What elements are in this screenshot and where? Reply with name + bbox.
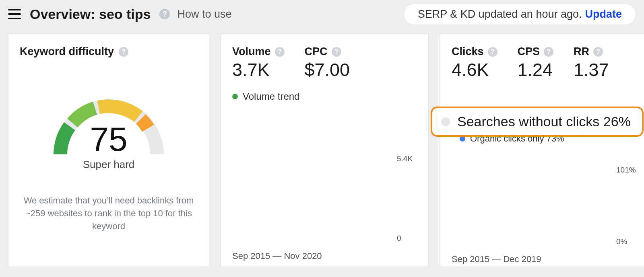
rr-label: RR: [574, 45, 589, 58]
volume-card: Volume? 3.7K CPC? $7.00 Volume trend 5.4…: [221, 34, 429, 267]
clicks-date-range: Sep 2015 — Dec 2019: [452, 254, 636, 265]
menu-icon[interactable]: [8, 9, 21, 19]
volume-label: Volume: [232, 45, 271, 58]
clicks-label: Clicks: [452, 45, 484, 58]
keyword-difficulty-card: Keyword difficulty ? 75 Super hard We es…: [8, 34, 209, 267]
help-icon[interactable]: ?: [332, 47, 341, 57]
clicks-chart: [452, 166, 611, 246]
dot-icon: [232, 94, 238, 99]
clicks-card: Clicks? 4.6K CPS? 1.24 RR? 1.37 Searches…: [440, 34, 644, 267]
dot-icon: [441, 117, 450, 126]
volume-ymax: 5.4K: [397, 154, 413, 163]
help-icon[interactable]: ?: [488, 47, 497, 57]
help-icon[interactable]: ?: [593, 47, 603, 57]
help-icon[interactable]: ?: [275, 47, 285, 57]
update-link[interactable]: Update: [585, 8, 622, 21]
kd-score: 75: [90, 122, 127, 156]
cps-label: CPS: [518, 45, 540, 58]
kd-heading: Keyword difficulty: [20, 45, 114, 58]
volume-ymin: 0: [397, 234, 401, 243]
rr-value: 1.37: [574, 60, 609, 80]
help-icon[interactable]: ?: [544, 47, 553, 57]
cpc-label: CPC: [305, 45, 328, 58]
kd-verdict: Super hard: [83, 158, 135, 171]
update-pill: SERP & KD updated an hour ago. Update: [404, 4, 636, 25]
callout-text: Searches without clicks 26%: [457, 114, 631, 129]
clicks-ymin: 0%: [616, 237, 627, 246]
top-bar: Overview: seo tips ? How to use SERP & K…: [0, 0, 644, 26]
cards-row: Keyword difficulty ? 75 Super hard We es…: [0, 26, 644, 267]
how-to-use-link[interactable]: How to use: [177, 8, 231, 21]
searches-without-clicks-callout: Searches without clicks 26%: [431, 107, 644, 137]
cpc-value: $7.00: [305, 60, 350, 80]
clicks-ymax: 101%: [616, 166, 636, 174]
volume-value: 3.7K: [232, 60, 285, 80]
update-pill-text: SERP & KD updated an hour ago.: [418, 8, 582, 21]
volume-date-range: Sep 2015 — Nov 2020: [232, 251, 417, 261]
clicks-value: 4.6K: [452, 60, 497, 80]
page-title: Overview: seo tips: [30, 6, 151, 22]
help-icon[interactable]: ?: [119, 47, 128, 57]
dot-icon: [460, 136, 465, 142]
help-icon[interactable]: ?: [159, 9, 170, 19]
kd-description: We estimate that you’ll need backlinks f…: [20, 194, 198, 233]
volume-chart: [232, 154, 391, 243]
volume-legend: Volume trend: [243, 91, 299, 102]
cps-value: 1.24: [518, 60, 554, 80]
